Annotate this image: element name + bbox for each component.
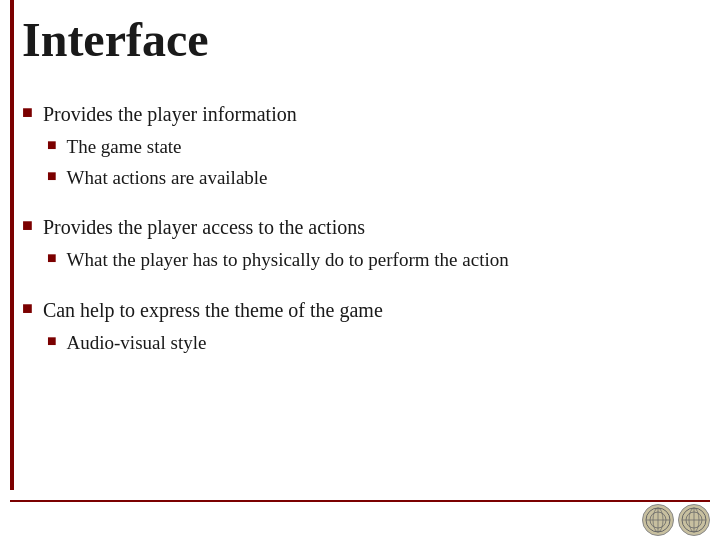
logo-area <box>642 504 710 536</box>
sub-bullet-text-1-1: The game state <box>67 134 182 161</box>
sub-bullet-dot-1-2: ■ <box>47 167 57 185</box>
logo-2 <box>678 504 710 536</box>
bullet-item-3: ■ Can help to express the theme of the g… <box>22 296 700 361</box>
bullet-item-1: ■ Provides the player information ■ The … <box>22 100 700 195</box>
bullet-2-text: Provides the player access to the action… <box>43 216 365 238</box>
sub-bullet-dot-3-1: ■ <box>47 332 57 350</box>
bullet-2-content: Provides the player access to the action… <box>43 213 509 278</box>
slide-title: Interface <box>22 12 209 67</box>
sub-bullet-text-1-2: What actions are available <box>67 165 268 192</box>
bullet-1-text: Provides the player information <box>43 103 297 125</box>
bullet-dot-1: ■ <box>22 102 33 123</box>
logo-icon-1 <box>645 507 671 533</box>
bullet-dot-3: ■ <box>22 298 33 319</box>
bullet-dot-2: ■ <box>22 215 33 236</box>
sub-bullets-3: ■ Audio-visual style <box>47 330 383 357</box>
bullet-3-text: Can help to express the theme of the gam… <box>43 299 383 321</box>
sub-bullets-1: ■ The game state ■ What actions are avai… <box>47 134 297 191</box>
bullet-item-2: ■ Provides the player access to the acti… <box>22 213 700 278</box>
sub-bullet-2-1: ■ What the player has to physically do t… <box>47 247 509 274</box>
sub-bullet-dot-2-1: ■ <box>47 249 57 267</box>
logo-icon-2 <box>681 507 707 533</box>
sub-bullet-1-2: ■ What actions are available <box>47 165 297 192</box>
content-area: ■ Provides the player information ■ The … <box>22 100 700 378</box>
sub-bullets-2: ■ What the player has to physically do t… <box>47 247 509 274</box>
bottom-divider <box>10 500 710 502</box>
sub-bullet-dot-1-1: ■ <box>47 136 57 154</box>
bullet-1-content: Provides the player information ■ The ga… <box>43 100 297 195</box>
bullet-3-content: Can help to express the theme of the gam… <box>43 296 383 361</box>
sub-bullet-3-1: ■ Audio-visual style <box>47 330 383 357</box>
slide: Interface ■ Provides the player informat… <box>0 0 720 540</box>
left-border-decoration <box>10 0 14 490</box>
sub-bullet-text-2-1: What the player has to physically do to … <box>67 247 509 274</box>
sub-bullet-text-3-1: Audio-visual style <box>67 330 207 357</box>
logo-1 <box>642 504 674 536</box>
sub-bullet-1-1: ■ The game state <box>47 134 297 161</box>
